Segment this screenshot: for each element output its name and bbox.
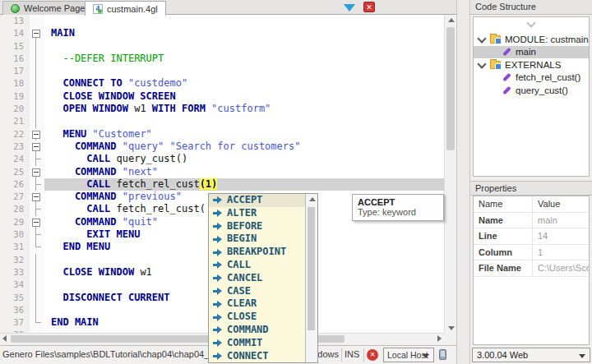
tab-list-dropdown-icon[interactable] bbox=[344, 4, 355, 12]
fold-margin[interactable] bbox=[30, 141, 44, 153]
code-line[interactable]: 22 MENU "Customer" bbox=[0, 128, 444, 141]
fold-margin[interactable] bbox=[30, 27, 44, 39]
autocomplete-item[interactable]: CLOSE bbox=[209, 311, 305, 324]
autocomplete-item[interactable]: CALL bbox=[209, 259, 305, 272]
fold-margin[interactable] bbox=[30, 241, 44, 253]
autocomplete-item[interactable]: COMMIT bbox=[209, 337, 305, 350]
code-line[interactable]: 14MAIN bbox=[0, 27, 444, 39]
fold-margin[interactable] bbox=[30, 15, 44, 27]
code-line[interactable]: 25 COMMAND "next" bbox=[0, 166, 444, 178]
fold-margin[interactable] bbox=[30, 128, 44, 141]
error-status-icon[interactable] bbox=[367, 349, 378, 361]
autocomplete-item[interactable]: BEFORE bbox=[209, 220, 305, 233]
scroll-left-icon[interactable] bbox=[2, 335, 7, 342]
chevron-expanded-icon[interactable] bbox=[477, 34, 486, 43]
fold-margin[interactable] bbox=[30, 316, 44, 329]
code-line[interactable]: 15 bbox=[0, 40, 444, 53]
fold-margin[interactable] bbox=[30, 103, 44, 115]
fold-margin[interactable] bbox=[30, 153, 44, 165]
autocomplete-item[interactable]: ACCEPT bbox=[209, 194, 305, 207]
property-row[interactable]: File NameC:\Users\Scot bbox=[474, 260, 589, 277]
code-structure-tree[interactable]: MODULE: custmain.4glmainEXTERNALSfetch_r… bbox=[473, 16, 590, 177]
fold-margin[interactable] bbox=[30, 279, 44, 291]
fold-margin[interactable] bbox=[30, 65, 44, 77]
fold-tick bbox=[36, 159, 41, 159]
code-line[interactable]: 13 bbox=[0, 15, 444, 27]
fold-collapse-icon[interactable] bbox=[32, 219, 40, 227]
code-segment: MENU bbox=[51, 128, 93, 140]
code-segment: "previous" bbox=[123, 191, 182, 202]
code-line[interactable]: 17 bbox=[0, 65, 444, 77]
fold-margin[interactable] bbox=[30, 228, 44, 241]
fold-line bbox=[35, 90, 36, 103]
scroll-down-icon[interactable] bbox=[448, 326, 455, 330]
scroll-right-icon[interactable] bbox=[437, 335, 442, 342]
autocomplete-item[interactable]: CONNECT bbox=[209, 350, 305, 362]
code-segment: CLOSE WINDOW bbox=[51, 266, 140, 278]
code-line[interactable]: 26 CALL fetch_rel_cust(1) bbox=[0, 178, 444, 191]
property-row[interactable]: Namemain bbox=[474, 213, 589, 229]
autocomplete-item[interactable]: ALTER bbox=[209, 207, 305, 220]
host-select-dropdown[interactable]: Local Host bbox=[383, 348, 434, 362]
code-segment: "custform" bbox=[211, 103, 271, 114]
panel-splitter[interactable] bbox=[456, 0, 470, 364]
version-select-dropdown[interactable]: 3.00.04 Web bbox=[472, 348, 590, 362]
autocomplete-item[interactable]: BREAKPOINT bbox=[209, 246, 305, 259]
autocomplete-item[interactable]: CANCEL bbox=[209, 272, 305, 285]
fold-collapse-icon[interactable] bbox=[32, 143, 40, 151]
fold-margin[interactable] bbox=[30, 254, 44, 266]
keyword-arrow-icon bbox=[212, 326, 223, 334]
fold-margin[interactable] bbox=[30, 166, 44, 178]
close-tab-button[interactable] bbox=[363, 2, 375, 12]
scroll-up-icon[interactable] bbox=[309, 197, 316, 201]
code-line[interactable]: 24 CALL query_cust() bbox=[0, 153, 444, 165]
fold-margin[interactable] bbox=[30, 178, 44, 191]
autocomplete-item[interactable]: CLEAR bbox=[209, 297, 305, 311]
code-line[interactable]: 21 bbox=[0, 115, 444, 127]
fold-line bbox=[35, 115, 36, 127]
tree-item[interactable]: main bbox=[474, 46, 589, 59]
property-row[interactable]: Column1 bbox=[474, 245, 589, 261]
autocomplete-scrollbar[interactable] bbox=[305, 194, 317, 362]
fold-margin[interactable] bbox=[30, 203, 44, 215]
autocomplete-item[interactable]: CASE bbox=[209, 285, 305, 298]
tree-item[interactable]: EXTERNALS bbox=[474, 58, 589, 71]
tree-item[interactable]: MODULE: custmain.4gl bbox=[474, 33, 589, 46]
fold-margin[interactable] bbox=[30, 266, 44, 279]
tree-item[interactable]: query_cust() bbox=[474, 84, 589, 97]
fold-margin[interactable] bbox=[30, 90, 44, 103]
code-line[interactable]: 19 CLOSE WINDOW SCREEN bbox=[0, 90, 444, 103]
chevron-expanded-icon[interactable] bbox=[477, 59, 486, 68]
fold-margin[interactable] bbox=[30, 304, 44, 316]
fold-collapse-icon[interactable] bbox=[32, 193, 40, 201]
editor-vertical-scrollbar[interactable] bbox=[444, 15, 456, 333]
fold-margin[interactable] bbox=[30, 40, 44, 53]
fold-margin[interactable] bbox=[30, 292, 44, 304]
autocomplete-item[interactable]: COMMAND bbox=[209, 324, 305, 337]
tab-custmain-4gl[interactable]: custmain.4gl bbox=[85, 1, 166, 16]
autocomplete-scroll-thumb[interactable] bbox=[308, 207, 315, 330]
code-line[interactable]: 23 COMMAND "query" "Search for customers… bbox=[0, 141, 444, 153]
code-line[interactable]: 18 CONNECT TO "custdemo" bbox=[0, 77, 444, 90]
fold-collapse-icon[interactable] bbox=[32, 30, 40, 38]
fold-collapse-icon[interactable] bbox=[32, 131, 40, 139]
scroll-up-icon[interactable] bbox=[448, 18, 455, 22]
device-icon[interactable] bbox=[439, 349, 446, 360]
fold-collapse-icon[interactable] bbox=[32, 168, 40, 177]
code-line[interactable]: 16 --DEFER INTERRUPT bbox=[0, 53, 444, 65]
vertical-scroll-thumb[interactable] bbox=[446, 27, 455, 150]
fold-margin[interactable] bbox=[30, 53, 44, 65]
property-row[interactable]: Line14 bbox=[474, 228, 589, 245]
tab-welcome-page[interactable]: Welcome Page bbox=[2, 1, 93, 15]
code-text: COMMAND "next" bbox=[44, 166, 444, 178]
autocomplete-item[interactable]: BEGIN bbox=[209, 233, 305, 246]
code-line[interactable]: 20 OPEN WINDOW w1 WITH FORM "custform" bbox=[0, 103, 444, 115]
status-insert-mode: INS bbox=[345, 346, 364, 363]
fold-margin[interactable] bbox=[30, 115, 44, 127]
tree-item[interactable]: fetch_rel_cust() bbox=[474, 71, 589, 85]
fold-margin[interactable] bbox=[30, 77, 44, 90]
fold-margin[interactable] bbox=[30, 216, 44, 228]
fold-margin[interactable] bbox=[30, 191, 44, 203]
status-divider bbox=[341, 348, 342, 362]
properties-header: Properties bbox=[470, 181, 592, 196]
